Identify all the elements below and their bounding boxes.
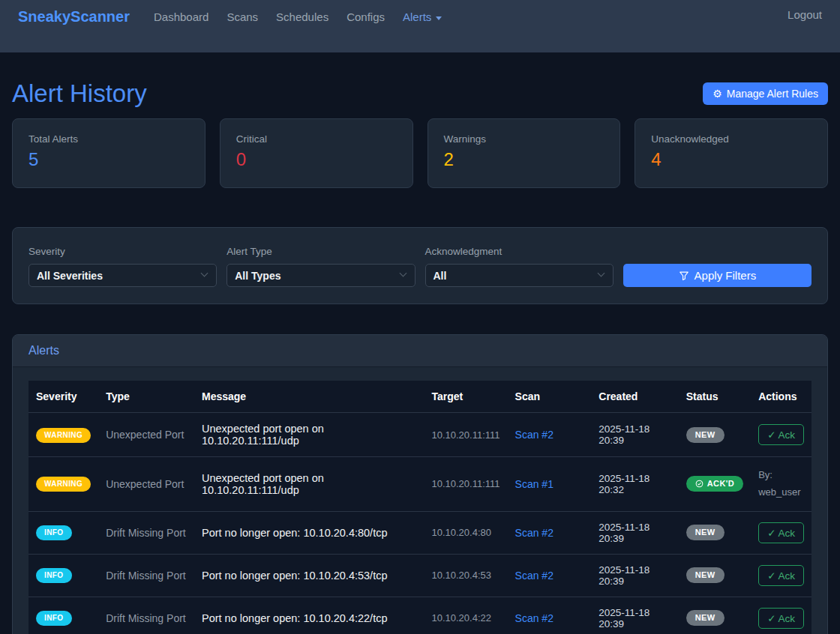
stat-card-total-alerts: Total Alerts 5 bbox=[12, 118, 206, 188]
acked-by: By:web_user bbox=[751, 457, 812, 512]
acknowledgment-select-value: All bbox=[434, 270, 447, 282]
status-badge-ackd: ACK'D bbox=[686, 476, 743, 492]
nav-item-schedules[interactable]: Schedules bbox=[276, 10, 328, 23]
alert-type-filter-label: Alert Type bbox=[226, 246, 415, 257]
alerts-card-title: Alerts bbox=[13, 335, 827, 367]
scan-link[interactable]: Scan #2 bbox=[515, 612, 554, 624]
severity-select[interactable]: All Severities bbox=[28, 264, 217, 287]
nav-item-dashboard[interactable]: Dashboard bbox=[154, 10, 208, 23]
alert-created: 2025-11-18 20:39 bbox=[591, 554, 678, 597]
ack-button[interactable]: ✓ Ack bbox=[758, 424, 804, 445]
alert-message: Unexpected port open on 10.10.20.11:111/… bbox=[194, 413, 424, 457]
severity-badge: WARNING bbox=[36, 477, 91, 492]
alert-message: Port no longer open: 10.10.20.4:53/tcp bbox=[194, 554, 424, 597]
nav-item-configs[interactable]: Configs bbox=[346, 10, 385, 23]
ack-label: Ack bbox=[778, 528, 795, 539]
table-row: INFO Drift Missing Port Port no longer o… bbox=[28, 511, 812, 554]
alert-type: Unexpected Port bbox=[98, 413, 194, 457]
alert-created: 2025-11-18 20:39 bbox=[591, 511, 678, 554]
alert-type: Drift Missing Port bbox=[98, 597, 194, 634]
stat-card-unacknowledged: Unacknowledged 4 bbox=[634, 118, 828, 188]
alert-type-select-value: All Types bbox=[235, 270, 280, 282]
severity-badge: WARNING bbox=[36, 428, 91, 443]
funnel-icon bbox=[679, 271, 689, 281]
col-header-status: Status bbox=[679, 381, 751, 413]
alert-created: 2025-11-18 20:39 bbox=[591, 597, 678, 634]
navbar: SneakyScanner Dashboard Scans Schedules … bbox=[0, 0, 840, 52]
apply-filters-button[interactable]: Apply Filters bbox=[623, 264, 812, 287]
table-row: INFO Drift Missing Port Port no longer o… bbox=[28, 554, 812, 597]
check-icon: ✓ bbox=[767, 429, 776, 441]
stat-label: Unacknowledged bbox=[651, 133, 812, 145]
alert-type: Drift Missing Port bbox=[98, 511, 194, 554]
check-circle-icon bbox=[695, 480, 704, 488]
alert-target: 10.10.20.4:53 bbox=[424, 554, 507, 597]
stat-value: 0 bbox=[236, 149, 397, 170]
alert-message: Port no longer open: 10.10.20.4:22/tcp bbox=[194, 597, 424, 634]
stat-label: Warnings bbox=[444, 133, 604, 145]
alert-created: 2025-11-18 20:39 bbox=[591, 413, 678, 457]
col-header-scan: Scan bbox=[508, 381, 592, 413]
col-header-created: Created bbox=[591, 381, 678, 413]
col-header-severity: Severity bbox=[28, 381, 98, 413]
ack-label: Ack bbox=[778, 429, 795, 441]
col-header-message: Message bbox=[194, 381, 424, 413]
alert-message: Unexpected port open on 10.10.20.11:111/… bbox=[194, 457, 424, 512]
chevron-down-icon bbox=[201, 270, 208, 277]
check-icon: ✓ bbox=[767, 613, 776, 624]
acknowledgment-select[interactable]: All bbox=[425, 264, 614, 287]
alerts-card: Alerts Severity Type Message Target Scan… bbox=[12, 334, 828, 634]
scan-link[interactable]: Scan #1 bbox=[515, 478, 554, 490]
stat-card-warnings: Warnings 2 bbox=[428, 118, 621, 188]
severity-badge: INFO bbox=[36, 525, 72, 540]
acknowledgment-filter-label: Acknowledgment bbox=[425, 246, 614, 257]
alert-type-select[interactable]: All Types bbox=[226, 264, 415, 287]
nav-item-alerts-label: Alerts bbox=[403, 10, 431, 23]
status-badge: NEW bbox=[686, 427, 724, 443]
alert-target: 10.10.20.11:111 bbox=[424, 413, 507, 457]
severity-filter-label: Severity bbox=[28, 246, 217, 257]
check-icon: ✓ bbox=[767, 570, 776, 582]
page-title: Alert History bbox=[12, 79, 147, 108]
stat-value: 4 bbox=[651, 149, 812, 170]
severity-select-value: All Severities bbox=[37, 270, 103, 282]
logout-link[interactable]: Logout bbox=[788, 8, 822, 21]
table-row: INFO Drift Missing Port Port no longer o… bbox=[28, 597, 812, 634]
table-row: WARNING Unexpected Port Unexpected port … bbox=[28, 457, 812, 512]
chevron-down-icon bbox=[597, 270, 604, 277]
severity-badge: INFO bbox=[36, 568, 72, 583]
status-badge: NEW bbox=[686, 525, 724, 540]
brand[interactable]: SneakyScanner bbox=[18, 8, 130, 25]
col-header-target: Target bbox=[424, 381, 507, 413]
filter-panel: Severity All Severities Alert Type All T… bbox=[12, 227, 828, 304]
alert-type: Unexpected Port bbox=[98, 457, 194, 512]
alert-target: 10.10.20.11:111 bbox=[424, 457, 507, 512]
alerts-table: Severity Type Message Target Scan Create… bbox=[28, 381, 812, 634]
nav-item-scans[interactable]: Scans bbox=[226, 10, 258, 23]
scan-link[interactable]: Scan #2 bbox=[515, 527, 554, 539]
main-content: Alert History ⚙ Manage Alert Rules Total… bbox=[0, 79, 840, 634]
col-header-type: Type bbox=[98, 381, 194, 413]
stat-label: Critical bbox=[236, 133, 397, 145]
status-badge: NEW bbox=[686, 610, 724, 626]
chevron-down-icon bbox=[399, 270, 406, 277]
ack-button[interactable]: ✓ Ack bbox=[758, 565, 804, 586]
nav-item-alerts-dropdown[interactable]: Alerts bbox=[403, 10, 442, 23]
ack-button[interactable]: ✓ Ack bbox=[758, 522, 804, 543]
severity-badge: INFO bbox=[36, 611, 72, 626]
alert-type: Drift Missing Port bbox=[98, 554, 194, 597]
scan-link[interactable]: Scan #2 bbox=[515, 429, 554, 441]
ack-label: Ack bbox=[778, 570, 795, 582]
manage-alert-rules-label: Manage Alert Rules bbox=[727, 88, 818, 100]
status-badge: NEW bbox=[686, 567, 724, 583]
scan-link[interactable]: Scan #2 bbox=[515, 570, 554, 582]
caret-down-icon bbox=[436, 16, 442, 20]
table-header-row: Severity Type Message Target Scan Create… bbox=[28, 381, 812, 413]
manage-alert-rules-button[interactable]: ⚙ Manage Alert Rules bbox=[703, 82, 828, 105]
stat-card-critical: Critical 0 bbox=[220, 118, 413, 188]
alert-created: 2025-11-18 20:32 bbox=[591, 457, 678, 512]
col-header-actions: Actions bbox=[751, 381, 812, 413]
table-row: WARNING Unexpected Port Unexpected port … bbox=[28, 413, 812, 457]
stat-value: 5 bbox=[28, 149, 189, 170]
ack-button[interactable]: ✓ Ack bbox=[758, 608, 804, 629]
